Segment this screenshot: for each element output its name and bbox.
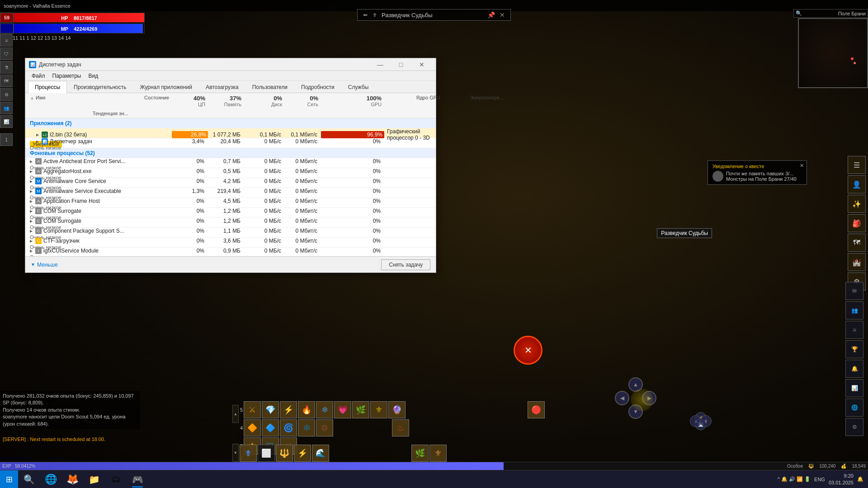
skill-slot[interactable]: 🌿 — [352, 401, 369, 418]
table-row[interactable]: ▶ A Application Frame Host 0% 4,5 МБ 0 М… — [25, 198, 436, 208]
attack-button[interactable]: ✕ — [514, 336, 542, 365]
game-btn-1[interactable]: ✉ — [845, 282, 863, 300]
side-icon-4[interactable]: 🗺 — [0, 75, 13, 87]
col-power[interactable]: Энергопотре... — [443, 93, 506, 109]
skill-slot[interactable]: ⚜ — [370, 401, 387, 418]
col-cpu[interactable]: 40% ЦП — [172, 93, 208, 109]
taskbar-app1[interactable]: 🗂 — [105, 470, 127, 488]
table-row[interactable]: ▶ C COM Surrogate 0% 1,2 МБ 0 МБ/с 0 Мби… — [25, 208, 436, 218]
tab-processes[interactable]: Процессы — [28, 81, 67, 93]
table-row[interactable]: ▶ M Antimalware Service Executable 1,3% … — [25, 188, 436, 198]
end-task-button[interactable]: Снять задачу — [381, 259, 430, 270]
table-row[interactable]: ▶ 📊 Диспетчер задач 3,4% 20,4 МБ 0 МБ/с … — [25, 138, 436, 148]
taskbar-browser-firefox[interactable]: 🦊 — [61, 470, 83, 488]
skill-slot[interactable]: 🌀 — [280, 419, 297, 436]
expand-btn-1[interactable]: ▲ — [232, 405, 239, 423]
side-icon-5[interactable]: ⚙ — [0, 88, 13, 101]
col-gpu-engine[interactable]: Ядро GPU — [384, 93, 443, 109]
game-btn-6[interactable]: 📊 — [845, 379, 863, 397]
action-btn-clan[interactable]: 🏰 — [848, 253, 866, 271]
skill-btn-right[interactable]: 🗡 — [700, 415, 712, 427]
skill-slot[interactable]: ❄ — [316, 401, 333, 418]
action-btn-inventory[interactable]: 🎒 — [848, 214, 866, 232]
menu-params[interactable]: Параметры — [49, 72, 85, 80]
side-icon-2[interactable]: 🛡 — [0, 47, 13, 60]
scout-pin-btn[interactable]: 📌 — [487, 11, 495, 19]
col-gpu[interactable]: 100% GPU — [321, 93, 384, 109]
action-btn-char[interactable]: 👤 — [848, 175, 866, 193]
expand-arrow[interactable]: ▶ — [36, 133, 39, 137]
skill-slot[interactable]: ⚙ — [316, 419, 333, 436]
table-row[interactable]: ▶ C Component Package Support S... 0% 1,… — [25, 228, 436, 238]
table-row[interactable]: ▶ M Antimalware Core Service 0% 4,2 МБ 0… — [25, 178, 436, 188]
dpad-btn-left[interactable]: ◀ — [615, 391, 629, 405]
skill-slot[interactable]: 🗡 — [240, 445, 257, 462]
game-btn-5[interactable]: 🔔 — [845, 360, 863, 378]
side-icon-8[interactable]: 1 — [0, 133, 13, 146]
skill-slot[interactable]: ⬜ — [258, 445, 275, 462]
action-btn-skills[interactable]: ✨ — [848, 195, 866, 213]
game-btn-7[interactable]: 🌐 — [845, 399, 863, 417]
skill-slot[interactable]: ❇ — [298, 419, 315, 436]
skill-slot[interactable]: 🌊 — [312, 445, 329, 462]
expand-btn-2[interactable]: ▼ — [232, 444, 239, 462]
skill-slot[interactable]: 🔷 — [262, 419, 279, 436]
table-row[interactable]: ▶ L2 l2.bin (32 бита) 26,8% 1 077,2 МБ 0… — [25, 128, 436, 138]
minimize-button[interactable]: — — [370, 58, 391, 71]
skill-slot[interactable]: 🌿 — [411, 445, 429, 462]
expand-arrow[interactable]: ▶ — [36, 140, 39, 144]
side-icon-3[interactable]: ⚗ — [0, 61, 13, 74]
side-icon-7[interactable]: 📊 — [0, 115, 13, 128]
less-button[interactable]: ▼ Меньше — [31, 262, 58, 268]
col-power-trend[interactable]: Тенденция эн... — [27, 109, 131, 118]
language-indicator[interactable]: ENG — [814, 477, 825, 482]
start-button[interactable]: ⊞ — [0, 470, 18, 488]
menu-view[interactable]: Вид — [85, 72, 102, 80]
taskbar-game[interactable]: 🎮 — [127, 470, 148, 488]
maximize-button[interactable]: □ — [391, 58, 411, 71]
table-row[interactable]: ▶ I igfxCUIService Module 0% 0,9 МБ 0 МБ… — [25, 248, 436, 256]
skill-slot[interactable]: 🔱 — [276, 445, 293, 462]
skill-slot[interactable]: 🔥 — [298, 401, 315, 418]
skill-slot[interactable]: 💗 — [334, 401, 351, 418]
skill-slot[interactable]: 💎 — [262, 401, 279, 418]
side-icon-1[interactable]: ⚔ — [0, 34, 13, 47]
quest-close-btn[interactable]: ✕ — [800, 163, 804, 169]
skill-slot[interactable]: 🔴 — [528, 401, 545, 418]
tab-details[interactable]: Подробности — [294, 81, 341, 93]
side-icon-6[interactable]: 👥 — [0, 102, 13, 114]
taskbar-notification[interactable]: 🔔 — [857, 476, 863, 482]
tab-app-history[interactable]: Журнал приложений — [133, 81, 199, 93]
table-row[interactable]: ▶ C CTF-загрузчик 0% 3,6 МБ 0 МБ/с 0 Мби… — [25, 238, 436, 248]
col-name[interactable]: ▲ Имя — [27, 93, 131, 109]
menu-file[interactable]: Файл — [28, 72, 49, 80]
game-btn-3[interactable]: ⚔ — [845, 321, 863, 339]
skill-slot[interactable]: ⚔ — [244, 401, 261, 418]
tab-users[interactable]: Пользователи — [245, 81, 294, 93]
skill-slot[interactable]: 🔮 — [388, 401, 406, 418]
tab-services[interactable]: Службы — [341, 81, 375, 93]
tab-startup[interactable]: Автозагрузка — [199, 81, 245, 93]
table-row[interactable]: ▶ A Active Anticheat Error Port Servi...… — [25, 158, 436, 168]
taskbar-file-explorer[interactable]: 📁 — [83, 470, 105, 488]
action-btn-menu[interactable]: ☰ — [848, 156, 866, 174]
skill-slot[interactable]: ⚡ — [280, 401, 297, 418]
skill-slot[interactable]: ⚡ — [294, 445, 311, 462]
taskbar-clock[interactable]: 9:20 03.01.2025 — [829, 473, 854, 486]
table-row[interactable]: ▶ A AggregatorHost.exe 0% 0,5 МБ 0 МБ/с … — [25, 168, 436, 178]
skill-slot[interactable]: ♨ — [392, 419, 409, 436]
skill-slot[interactable]: ⚜ — [429, 445, 447, 462]
table-row[interactable]: ▶ C COM Surrogate 0% 1,2 МБ 0 МБ/с 0 Мби… — [25, 218, 436, 228]
col-net[interactable]: 0% Сеть — [285, 93, 321, 109]
col-memory[interactable]: 37% Память — [208, 93, 244, 109]
col-disk[interactable]: 0% Диск — [244, 93, 285, 109]
skill-slot[interactable]: 🔶 — [244, 419, 261, 436]
close-button[interactable]: ✕ — [411, 58, 432, 71]
game-btn-4[interactable]: 🏆 — [845, 340, 863, 358]
tab-performance[interactable]: Производительность — [67, 81, 133, 93]
scout-close-btn[interactable]: ✕ — [500, 11, 505, 19]
game-btn-8[interactable]: ⚙ — [845, 418, 863, 436]
taskmgr-content[interactable]: Приложения (2) ▶ L2 l2.bin (32 бита) 26,… — [25, 118, 436, 256]
col-status[interactable]: Состояние — [131, 93, 172, 109]
game-btn-2[interactable]: 👥 — [845, 301, 863, 319]
